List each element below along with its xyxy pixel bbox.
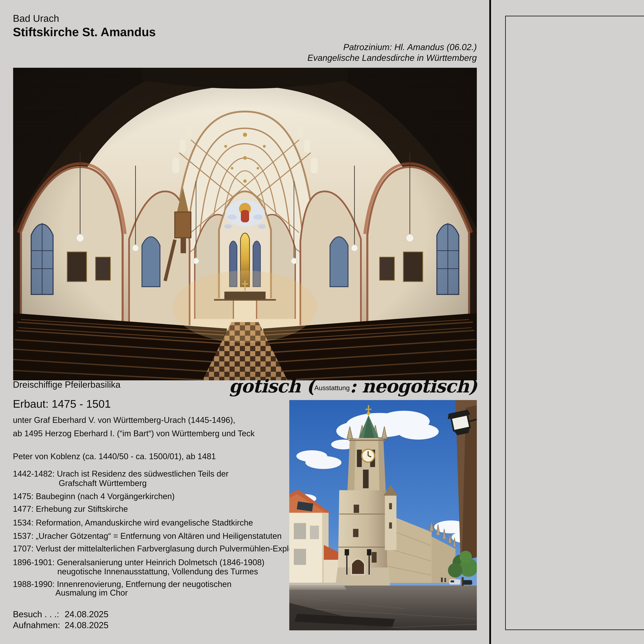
interior-caption: Dreischiffige Pfeilerbasilika — [13, 380, 120, 389]
timeline-entry: 1988-1990: Innenrenovierung, Entfernung … — [13, 580, 231, 588]
work-in-progress-panel — [505, 16, 644, 630]
timeline-entry-cont: Grafschaft Württemberg — [59, 479, 147, 488]
style-plain: Ausstattung — [314, 384, 350, 392]
interior-photo — [13, 68, 477, 380]
timeline-entry: 1477: Erhebung zur Stiftskirche — [13, 505, 128, 513]
erbaut-line: Erbaut: 1475 - 1501 — [13, 398, 111, 410]
timeline-entry: 1537: „Uracher Götzentag“ = Entfernung v… — [13, 532, 282, 540]
aufnahmen-label: Aufnahmen: — [13, 621, 60, 630]
patron-line-1: unter Graf Eberhard V. von Württemberg-U… — [13, 416, 235, 424]
page-divider — [489, 0, 491, 644]
landeskirche-line: Evangelische Landesdirche in Württemberg — [307, 53, 477, 62]
aufnahmen-date: 24.08.2025 — [65, 621, 108, 630]
timeline-entry: 1534: Reformation, Amanduskirche wird ev… — [13, 518, 253, 527]
timeline-entry-cont: neugotische Innenausstattung, Vollendung… — [57, 567, 258, 576]
style-script-open: gotisch ( — [229, 376, 314, 397]
patron-line-2: ab 1495 Herzog Eberhard I. (“im Bart“) v… — [13, 429, 255, 438]
timeline-entry-cont: Ausmalung im Chor — [55, 588, 128, 597]
patrozinium-line: Patrozinium: Hl. Amandus (06.02.) — [343, 43, 477, 52]
timeline-entry: 1896-1901: Generalsanierung unter Heinri… — [13, 558, 264, 567]
page-title: Stiftskirche St. Amandus — [13, 26, 156, 39]
timeline-entry: 1475: Baubeginn (nach 4 Vorgängerkirchen… — [13, 492, 175, 501]
timeline-entry: 1442-1482: Urach ist Residenz des südwes… — [13, 469, 228, 478]
city-label: Bad Urach — [13, 13, 59, 24]
architect-line: Peter von Koblenz (ca. 1440/50 - ca. 150… — [13, 452, 216, 461]
style-line: gotisch (Ausstattung: neogotisch) — [229, 377, 477, 396]
besuch-date: 24.08.2025 — [65, 610, 108, 619]
album-page: Bad Urach Stiftskirche St. Amandus Patro… — [0, 0, 644, 644]
besuch-label: Besuch . . .: — [13, 610, 59, 619]
tower-photo — [289, 400, 477, 630]
timeline-entry: 1707: Verlust der mittelalterlichen Farb… — [13, 544, 308, 553]
style-script-close: : neogotisch) — [350, 376, 477, 397]
